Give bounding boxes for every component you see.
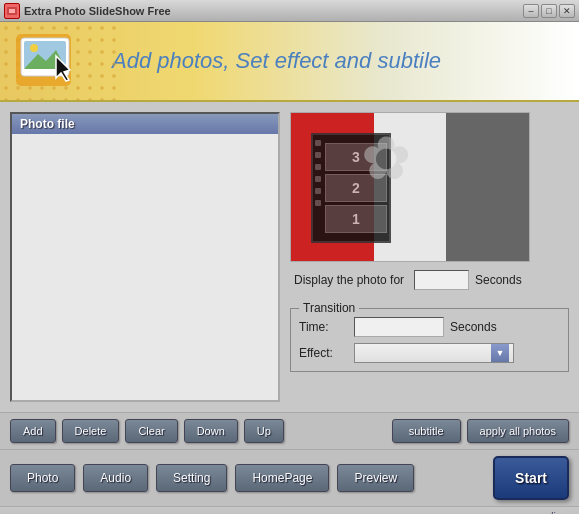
effect-row: Effect: ▼ bbox=[299, 343, 560, 363]
time-label: Time: bbox=[299, 320, 354, 334]
preview-nav-button[interactable]: Preview bbox=[337, 464, 414, 492]
film-hole-1 bbox=[315, 140, 321, 146]
homepage-nav-button[interactable]: HomePage bbox=[235, 464, 329, 492]
effect-select[interactable]: ▼ bbox=[354, 343, 514, 363]
film-hole-4 bbox=[315, 176, 321, 182]
header-banner: Add photos, Set effect and subtile bbox=[0, 22, 579, 102]
effect-label: Effect: bbox=[299, 346, 354, 360]
photo-preview: 3 2 1 ✿ bbox=[290, 112, 530, 262]
up-button[interactable]: Up bbox=[244, 419, 284, 443]
add-button[interactable]: Add bbox=[10, 419, 56, 443]
banner-icon-area bbox=[16, 26, 96, 96]
down-button[interactable]: Down bbox=[184, 419, 238, 443]
display-input[interactable] bbox=[414, 270, 469, 290]
time-unit: Seconds bbox=[450, 320, 497, 334]
title-bar-left: Extra Photo SlideShow Free bbox=[4, 3, 171, 19]
window-title: Extra Photo SlideShow Free bbox=[24, 5, 171, 17]
display-unit: Seconds bbox=[475, 273, 522, 287]
file-list-panel: Photo file bbox=[10, 112, 280, 402]
floral-decoration: ✿ bbox=[361, 123, 411, 193]
footer-bar: eclipse bbox=[0, 506, 579, 514]
main-content: Photo file 3 2 1 bbox=[0, 102, 579, 412]
svg-rect-1 bbox=[9, 9, 15, 13]
transition-time-row: Time: Seconds bbox=[299, 317, 560, 337]
film-hole-6 bbox=[315, 200, 321, 206]
window-controls: – □ ✕ bbox=[523, 4, 575, 18]
start-button[interactable]: Start bbox=[493, 456, 569, 500]
setting-nav-button[interactable]: Setting bbox=[156, 464, 227, 492]
display-label: Display the photo for bbox=[294, 273, 414, 287]
audio-nav-button[interactable]: Audio bbox=[83, 464, 148, 492]
photo-nav-button[interactable]: Photo bbox=[10, 464, 75, 492]
banner-title: Add photos, Set effect and subtile bbox=[112, 48, 441, 74]
app-icon bbox=[4, 3, 20, 19]
film-hole-5 bbox=[315, 188, 321, 194]
svg-point-5 bbox=[30, 44, 38, 52]
display-duration-row: Display the photo for Seconds bbox=[290, 270, 569, 290]
right-panel: 3 2 1 ✿ Display the photo for Seconds Tr… bbox=[290, 112, 569, 402]
film-holes-left bbox=[315, 140, 321, 206]
minimize-button[interactable]: – bbox=[523, 4, 539, 18]
toolbar-row: Add Delete Clear Down Up subtitle apply … bbox=[0, 412, 579, 449]
film-hole-3 bbox=[315, 164, 321, 170]
clear-button[interactable]: Clear bbox=[125, 419, 177, 443]
title-bar: Extra Photo SlideShow Free – □ ✕ bbox=[0, 0, 579, 22]
close-button[interactable]: ✕ bbox=[559, 4, 575, 18]
maximize-button[interactable]: □ bbox=[541, 4, 557, 18]
subtitle-button[interactable]: subtitle bbox=[392, 419, 461, 443]
transition-legend: Transition bbox=[299, 301, 359, 315]
effect-dropdown-arrow[interactable]: ▼ bbox=[491, 344, 509, 362]
delete-button[interactable]: Delete bbox=[62, 419, 120, 443]
film-hole-2 bbox=[315, 152, 321, 158]
file-list-header: Photo file bbox=[12, 114, 278, 134]
apply-all-button[interactable]: apply all photos bbox=[467, 419, 569, 443]
bottom-nav: Photo Audio Setting HomePage Preview Sta… bbox=[0, 449, 579, 506]
transition-group: Transition Time: Seconds Effect: ▼ bbox=[290, 308, 569, 372]
file-list-body[interactable] bbox=[12, 134, 278, 400]
film-frame-3: 1 bbox=[325, 205, 387, 233]
time-input[interactable] bbox=[354, 317, 444, 337]
